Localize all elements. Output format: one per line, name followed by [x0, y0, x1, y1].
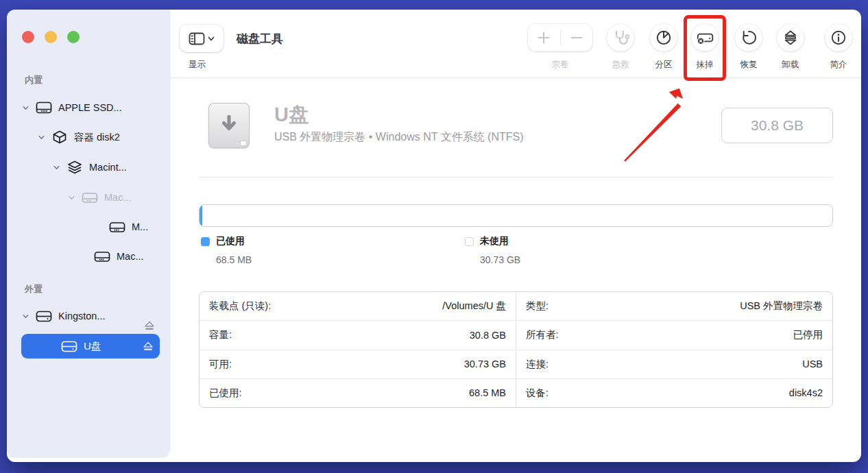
sidebar-toggle-icon: [189, 32, 205, 45]
free-swatch: [465, 237, 474, 246]
table-row: 连接: USB: [516, 350, 832, 378]
restore-button[interactable]: [735, 24, 762, 51]
first-aid-button[interactable]: [607, 24, 634, 51]
table-row: 已使用: 68.5 MB: [200, 378, 516, 407]
add-volume-button[interactable]: [528, 30, 560, 45]
table-row: 可用: 30.73 GB: [200, 350, 516, 378]
stethoscope-icon: [612, 29, 629, 47]
sidebar-item-label: APPLE SSD...: [58, 102, 122, 113]
download-arrow-glyph: [220, 115, 238, 136]
usage-used-segment: [200, 205, 202, 226]
removable-volume-icon: [208, 103, 250, 148]
used-swatch: [201, 237, 210, 246]
partition-button[interactable]: [650, 24, 677, 51]
first-aid-label: 急救: [596, 59, 644, 71]
sidebar-item-mac-dimmed[interactable]: Mac...: [68, 187, 131, 208]
volume-group: [528, 24, 592, 51]
row-value: USB: [802, 359, 823, 369]
sidebar-item-container-disk2[interactable]: 容器 disk2: [38, 127, 120, 147]
unmount-button[interactable]: [777, 24, 804, 51]
sidebar-item-usb-selected[interactable]: U盘: [21, 334, 160, 359]
usage-bar: [199, 204, 833, 227]
row-label: 设备:: [526, 387, 548, 400]
eject-button[interactable]: [144, 321, 155, 331]
row-label: 类型:: [526, 300, 548, 313]
row-value: 30.8 GB: [470, 330, 506, 341]
volume-title: U盘: [274, 101, 309, 129]
row-value: 30.73 GB: [464, 359, 506, 369]
details-table: 装载点 (只读): /Volumes/U 盘 容量: 30.8 GB 可用: 3…: [199, 291, 833, 408]
eject-button[interactable]: [143, 341, 154, 352]
table-row: 装载点 (只读): /Volumes/U 盘: [200, 292, 516, 320]
table-row: 所有者: 已停用: [516, 320, 832, 349]
header-separator: [199, 177, 833, 178]
external-drive-icon: [35, 308, 53, 324]
info-label: 简介: [815, 59, 861, 71]
row-label: 可用:: [209, 358, 232, 371]
sidebar-item-label: U盘: [84, 340, 101, 353]
external-drive-icon: [60, 339, 78, 354]
plus-icon: [536, 30, 551, 45]
remove-volume-button[interactable]: [561, 30, 593, 45]
chevron-down-icon[interactable]: [22, 104, 29, 112]
sidebar-item-label: M...: [132, 221, 148, 232]
sidebar-item-label: Mac...: [117, 251, 143, 262]
drive-icon: [81, 190, 99, 205]
used-label: 已使用: [216, 235, 245, 247]
close-button[interactable]: [22, 31, 34, 43]
sidebar: 内置 APPLE SSD... 容器 disk2: [7, 10, 170, 458]
free-label: 未使用: [480, 235, 509, 247]
row-value: disk4s2: [789, 387, 823, 398]
chevron-down-icon: [208, 36, 215, 41]
sidebar-section-external: 外置: [25, 283, 43, 295]
zoom-button[interactable]: [67, 31, 80, 43]
row-label: 装载点 (只读):: [209, 300, 271, 313]
container-icon: [51, 130, 69, 145]
table-row: 类型: USB 外置物理宗卷: [516, 292, 832, 320]
minus-icon: [569, 30, 584, 45]
sidebar-item-label: Mac...: [104, 192, 131, 203]
volume-group-label: 宗卷: [536, 59, 584, 71]
chevron-down-icon[interactable]: [53, 164, 60, 171]
info-icon: [830, 29, 847, 47]
row-label: 容量:: [209, 328, 232, 341]
row-value: 68.5 MB: [469, 387, 506, 398]
used-value: 68.5 MB: [216, 254, 252, 265]
toolbar-separator: [170, 77, 861, 78]
row-label: 已使用:: [209, 387, 242, 400]
volume-subtitle: USB 外置物理宗卷 • Windows NT 文件系统 (NTFS): [274, 130, 524, 145]
annotation-highlight-box: [684, 15, 726, 81]
sidebar-item-label: Macint...: [89, 162, 127, 173]
chevron-down-icon[interactable]: [38, 134, 45, 141]
sidebar-item-mac[interactable]: Mac...: [93, 246, 143, 267]
internal-drive-icon: [35, 100, 53, 115]
sidebar-section-internal: 内置: [25, 74, 43, 86]
pie-chart-icon: [655, 29, 673, 47]
disk-utility-window: 内置 APPLE SSD... 容器 disk2: [7, 10, 861, 462]
show-label: 显示: [178, 59, 226, 71]
row-label: 连接:: [526, 358, 548, 371]
restore-label: 恢复: [725, 59, 773, 71]
chevron-down-icon[interactable]: [68, 194, 75, 202]
unmount-icon: [782, 29, 799, 47]
drive-icon: [93, 249, 111, 264]
drive-icon: [108, 219, 126, 234]
free-value: 30.73 GB: [480, 254, 520, 265]
layers-icon: [66, 160, 84, 175]
sidebar-item-label: 容器 disk2: [74, 131, 120, 144]
size-badge: 30.8 GB: [721, 108, 833, 143]
row-value: 已停用: [793, 328, 823, 341]
sidebar-item-label: Kingston...: [58, 311, 106, 322]
chevron-down-icon[interactable]: [22, 313, 29, 320]
row-label: 所有者:: [526, 328, 559, 341]
sidebar-item-kingston[interactable]: Kingston...: [22, 306, 106, 326]
info-button[interactable]: [825, 24, 852, 51]
row-value: /Volumes/U 盘: [442, 300, 506, 313]
minimize-button[interactable]: [45, 31, 57, 43]
sidebar-item-macintosh[interactable]: Macint...: [53, 157, 127, 178]
table-row: 容量: 30.8 GB: [200, 320, 516, 349]
show-sidebar-button[interactable]: [180, 25, 224, 52]
sidebar-item-m[interactable]: M...: [108, 217, 148, 237]
sidebar-item-apple-ssd[interactable]: APPLE SSD...: [22, 97, 122, 118]
unmount-label: 卸载: [767, 59, 815, 71]
